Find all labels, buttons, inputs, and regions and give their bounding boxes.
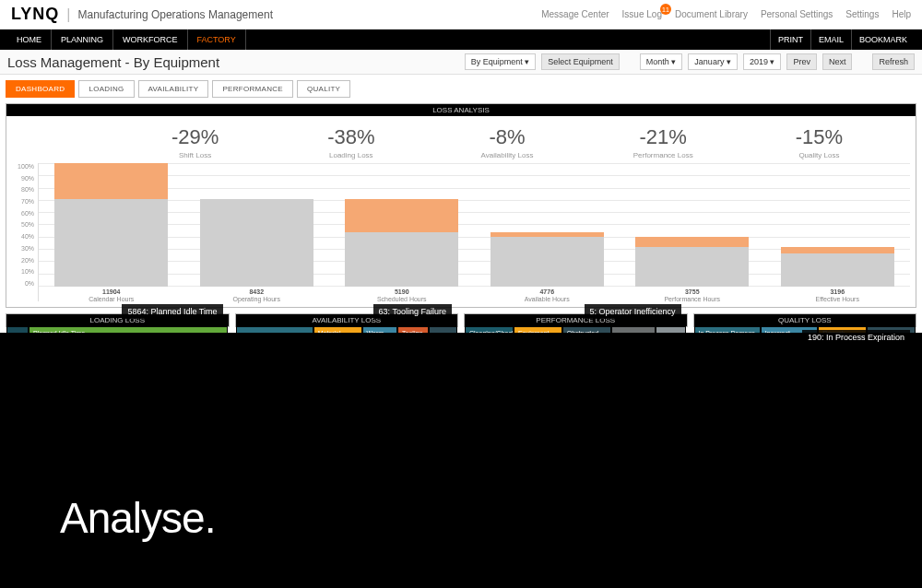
waterfall-chart: 11904Calendar Hours8432Operating Hours51… bbox=[38, 163, 910, 301]
x-label: 3755Performance Hours bbox=[620, 287, 765, 301]
prev-button[interactable]: Prev bbox=[786, 53, 817, 70]
tile[interactable]: Incorrect Assembly bbox=[761, 326, 819, 334]
tile[interactable]: Equipment Wear bbox=[514, 326, 562, 334]
tile[interactable] bbox=[429, 326, 457, 334]
loss-analysis-title: LOSS ANALYSIS bbox=[6, 104, 916, 116]
tile[interactable]: Tooling Failure bbox=[397, 326, 429, 334]
month-select[interactable]: January ▾ bbox=[688, 53, 738, 70]
month-select-value: January bbox=[694, 57, 724, 66]
bar-loss bbox=[635, 237, 749, 247]
metric-value: -29% bbox=[117, 125, 273, 149]
nav-bookmark[interactable]: BOOKMARK bbox=[851, 29, 915, 50]
quad-quality: QUALITY LOSSIn Process DamageIncorrect A… bbox=[693, 313, 917, 327]
personal-settings-link[interactable]: Personal Settings bbox=[761, 9, 833, 19]
metric-label: Availability Loss bbox=[429, 151, 585, 159]
tile[interactable] bbox=[656, 326, 687, 334]
x-label: 8432Operating Hours bbox=[184, 287, 330, 301]
issue-log-link[interactable]: Issue Log 11 bbox=[622, 9, 662, 19]
tile[interactable]: Material Shortages bbox=[313, 326, 362, 334]
brand-separator: | bbox=[66, 6, 70, 23]
bar-base bbox=[54, 199, 168, 287]
metric-2: -8%Availability Loss bbox=[429, 125, 585, 159]
refresh-button[interactable]: Refresh bbox=[872, 53, 915, 70]
quad-performance: PERFORMANCE LOSSSensor BlockedCleaning/C… bbox=[464, 313, 688, 327]
y-tick: 60% bbox=[12, 210, 34, 217]
marketing-overlay: Analyse. bbox=[0, 448, 922, 588]
bar-loss bbox=[54, 163, 168, 199]
y-tick: 90% bbox=[12, 175, 34, 182]
tile[interactable] bbox=[611, 326, 656, 334]
quad-title: QUALITY LOSS bbox=[694, 314, 916, 326]
bar-base bbox=[345, 232, 458, 287]
y-tick: 80% bbox=[12, 186, 34, 193]
x-label: 3196Effective Hours bbox=[765, 287, 911, 301]
select-equipment-button[interactable]: Select Equipment bbox=[541, 53, 620, 70]
page-title: Loss Management - By Equipment bbox=[7, 54, 459, 70]
by-select[interactable]: By Equipment ▾ bbox=[465, 53, 537, 70]
x-label: 4776Available Hours bbox=[475, 287, 621, 301]
bar-loss bbox=[781, 247, 894, 253]
issue-log-badge: 11 bbox=[660, 4, 671, 15]
year-select[interactable]: 2019 ▾ bbox=[743, 53, 782, 70]
tile[interactable] bbox=[867, 326, 916, 334]
by-select-value: By Equipment bbox=[471, 57, 523, 66]
tab-dashboard[interactable]: DASHBOARD bbox=[6, 80, 75, 98]
help-link[interactable]: Help bbox=[892, 9, 911, 19]
tile[interactable] bbox=[6, 326, 29, 334]
doc-library-link[interactable]: Document Library bbox=[675, 9, 748, 19]
tile[interactable]: Cleaning/Checking bbox=[465, 326, 514, 334]
metric-1: -38%Loading Loss bbox=[273, 125, 429, 159]
metric-value: -21% bbox=[585, 125, 741, 149]
msg-center-link[interactable]: Message Center bbox=[541, 9, 609, 19]
bar-col-1 bbox=[184, 163, 330, 287]
bar-col-5 bbox=[765, 163, 911, 287]
tile[interactable]: In Process Damage bbox=[694, 326, 761, 334]
bar-col-2 bbox=[329, 163, 475, 287]
tab-performance[interactable]: PERFORMANCE bbox=[212, 80, 293, 98]
bar-base bbox=[200, 199, 313, 287]
nav-workforce[interactable]: WORKFORCE bbox=[113, 29, 188, 50]
tile[interactable]: Rework bbox=[818, 326, 867, 334]
metric-label: Quality Loss bbox=[741, 151, 897, 159]
issue-log-label: Issue Log bbox=[622, 9, 662, 19]
nav-home[interactable]: HOME bbox=[7, 29, 52, 50]
bar-col-0 bbox=[39, 163, 184, 287]
loss-analysis-panel: LOSS ANALYSIS -29%Shift Loss-38%Loading … bbox=[6, 103, 916, 308]
nav-email[interactable]: EMAIL bbox=[810, 29, 851, 50]
tab-loading[interactable]: LOADING bbox=[78, 80, 134, 98]
y-tick: 40% bbox=[12, 233, 34, 240]
bar-col-3 bbox=[475, 163, 621, 287]
brand-logo: LYNQ bbox=[11, 5, 59, 24]
quad-availability: AVAILABILITY LOSSMajor AdjustmentMateria… bbox=[235, 313, 459, 327]
metric-value: -8% bbox=[429, 125, 585, 149]
metric-label: Shift Loss bbox=[117, 151, 273, 159]
bar-col-4 bbox=[620, 163, 765, 287]
y-tick: 100% bbox=[12, 163, 34, 170]
tile[interactable]: Planned Idle Time bbox=[29, 326, 228, 334]
y-tick: 50% bbox=[12, 221, 34, 228]
nav-print[interactable]: PRINT bbox=[770, 29, 810, 50]
tile[interactable] bbox=[236, 326, 313, 334]
nav-factory[interactable]: FACTORY bbox=[188, 29, 246, 50]
metric-label: Loading Loss bbox=[273, 151, 429, 159]
quad-loading: LOADING LOSSPlanned Idle Time5864: Plann… bbox=[6, 313, 230, 327]
settings-link[interactable]: Settings bbox=[845, 9, 879, 19]
quad-title: LOADING LOSS bbox=[6, 314, 229, 326]
bar-base bbox=[781, 253, 894, 287]
period-select[interactable]: Month ▾ bbox=[640, 53, 683, 70]
tile[interactable]: Obstructed Product Flow bbox=[562, 326, 611, 334]
brand-subtitle: Manufacturing Operations Management bbox=[78, 8, 273, 21]
bar-base bbox=[491, 237, 604, 287]
tab-quality[interactable]: QUALITY bbox=[297, 80, 350, 98]
tab-availability[interactable]: AVAILABILITY bbox=[138, 80, 209, 98]
bar-base bbox=[635, 247, 749, 287]
next-button[interactable]: Next bbox=[822, 53, 853, 70]
y-tick: 10% bbox=[12, 268, 34, 275]
quad-title: AVAILABILITY LOSS bbox=[236, 314, 458, 326]
y-tick: 0% bbox=[12, 280, 34, 287]
tile[interactable]: Warm Up bbox=[362, 326, 397, 334]
x-label: 11904Calendar Hours bbox=[39, 287, 184, 301]
nav-planning[interactable]: PLANNING bbox=[52, 29, 113, 50]
y-tick: 20% bbox=[12, 257, 34, 264]
x-label: 5190Scheduled Hours bbox=[329, 287, 475, 301]
